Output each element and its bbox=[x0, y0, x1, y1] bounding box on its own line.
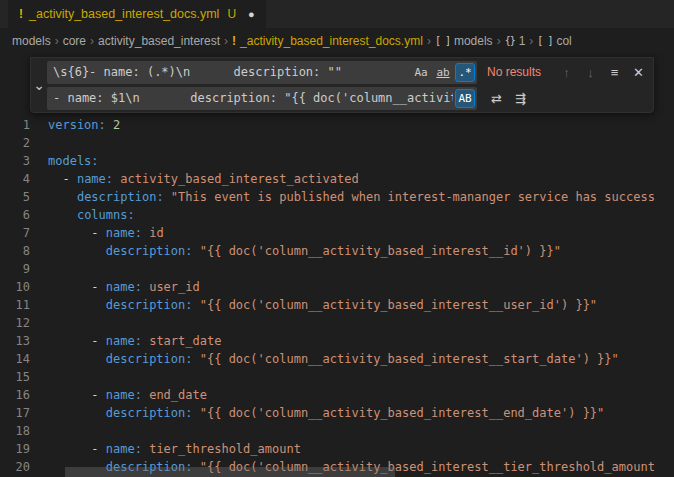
breadcrumb-separator: › bbox=[224, 34, 228, 48]
replace-input-value: - name: $1\n description: "{{ doc('colum… bbox=[53, 91, 453, 105]
git-status-badge: U bbox=[227, 7, 236, 21]
results-count: No results bbox=[487, 65, 547, 79]
line-number[interactable]: 6 bbox=[0, 206, 48, 224]
next-match-button[interactable]: ↓ bbox=[580, 62, 601, 83]
code-line[interactable]: 5 description: "This event is published … bbox=[0, 188, 674, 206]
code-line[interactable]: 1version: 2 bbox=[0, 116, 674, 134]
code-line[interactable]: 14 description: "{{ doc('column__activit… bbox=[0, 350, 674, 368]
symbol-array-icon: [ ] bbox=[435, 35, 450, 46]
breadcrumb-separator: › bbox=[427, 34, 431, 48]
breadcrumb-item-1[interactable]: {}1 bbox=[505, 34, 526, 48]
horizontal-scrollbar[interactable] bbox=[65, 467, 395, 477]
line-number[interactable]: 13 bbox=[0, 332, 48, 350]
previous-match-button[interactable]: ↑ bbox=[556, 62, 577, 83]
line-number[interactable]: 3 bbox=[0, 152, 48, 170]
line-number[interactable]: 14 bbox=[0, 350, 48, 368]
code-line[interactable]: 11 description: "{{ doc('column__activit… bbox=[0, 296, 674, 314]
close-find-button[interactable]: ✕ bbox=[628, 62, 649, 83]
code-line[interactable]: 2 bbox=[0, 134, 674, 152]
line-number[interactable]: 2 bbox=[0, 134, 48, 152]
symbol-object-icon: {} bbox=[505, 35, 515, 46]
line-number[interactable]: 8 bbox=[0, 242, 48, 260]
line-text: - name: start_date bbox=[48, 332, 674, 350]
breadcrumb-separator: › bbox=[55, 34, 59, 48]
breadcrumb-item-core[interactable]: core bbox=[63, 34, 86, 48]
code-area[interactable]: 1version: 223models:4 - name: activity_b… bbox=[0, 53, 674, 476]
breadcrumb-label: core bbox=[63, 34, 86, 48]
line-number[interactable]: 20 bbox=[0, 458, 48, 476]
line-text: - name: user_id bbox=[48, 278, 674, 296]
replace-input[interactable]: - name: $1\n description: "{{ doc('colum… bbox=[47, 87, 477, 110]
code-line[interactable]: 8 description: "{{ doc('column__activity… bbox=[0, 242, 674, 260]
line-number[interactable]: 1 bbox=[0, 116, 48, 134]
line-number[interactable]: 16 bbox=[0, 386, 48, 404]
code-line[interactable]: 7 - name: id bbox=[0, 224, 674, 242]
code-line[interactable]: 19 - name: tier_threshold_amount bbox=[0, 440, 674, 458]
line-text bbox=[48, 134, 674, 152]
code-line[interactable]: 18 bbox=[0, 422, 674, 440]
line-number[interactable]: 4 bbox=[0, 170, 48, 188]
line-number[interactable]: 15 bbox=[0, 368, 48, 386]
find-row: \s{6}- name: (.*)\n description: "" Aa a… bbox=[47, 60, 649, 84]
replace-icon: ⇄ bbox=[491, 91, 502, 106]
breadcrumb-label: 1 bbox=[519, 34, 526, 48]
line-text bbox=[48, 368, 674, 386]
editor-pane[interactable]: ⌄ \s{6}- name: (.*)\n description: "" Aa… bbox=[0, 53, 674, 477]
breadcrumb-item-col[interactable]: [ ]col bbox=[537, 34, 571, 48]
code-line[interactable]: 13 - name: start_date bbox=[0, 332, 674, 350]
regex-button[interactable]: .* bbox=[455, 63, 475, 82]
line-number[interactable]: 12 bbox=[0, 314, 48, 332]
editor-tab[interactable]: ! _activity_based_interest_docs.yml U ● bbox=[8, 0, 266, 28]
breadcrumb-label: models bbox=[454, 34, 493, 48]
tab-bar: ! _activity_based_interest_docs.yml U ● bbox=[0, 0, 674, 28]
breadcrumb-item-models[interactable]: models bbox=[12, 34, 51, 48]
find-in-selection-button[interactable]: ≡ bbox=[604, 62, 625, 83]
code-line[interactable]: 12 bbox=[0, 314, 674, 332]
arrow-down-icon: ↓ bbox=[587, 65, 594, 80]
yaml-file-icon: ! bbox=[19, 7, 23, 21]
breadcrumb-label: _activity_based_interest_docs.yml bbox=[240, 34, 423, 48]
find-input[interactable]: \s{6}- name: (.*)\n description: "" Aa a… bbox=[47, 61, 477, 84]
line-text: models: bbox=[48, 152, 674, 170]
match-case-button[interactable]: Aa bbox=[411, 63, 431, 82]
line-number[interactable]: 11 bbox=[0, 296, 48, 314]
code-line[interactable]: 4 - name: activity_based_interest_activa… bbox=[0, 170, 674, 188]
breadcrumb-item-activity_based_interest[interactable]: activity_based_interest bbox=[98, 34, 220, 48]
breadcrumb-separator: › bbox=[497, 34, 501, 48]
replace-all-button[interactable]: ⇶ bbox=[510, 88, 531, 109]
close-icon: ✕ bbox=[633, 65, 644, 80]
line-number[interactable]: 17 bbox=[0, 404, 48, 422]
line-text: description: "{{ doc('column__activity_b… bbox=[48, 350, 674, 368]
line-text: description: "{{ doc('column__activity_b… bbox=[48, 242, 674, 260]
code-line[interactable]: 9 bbox=[0, 260, 674, 278]
line-number[interactable]: 10 bbox=[0, 278, 48, 296]
toggle-replace-button[interactable]: ⌄ bbox=[31, 58, 47, 112]
code-line[interactable]: 16 - name: end_date bbox=[0, 386, 674, 404]
line-number[interactable]: 7 bbox=[0, 224, 48, 242]
line-number[interactable]: 19 bbox=[0, 440, 48, 458]
breadcrumb-label: col bbox=[556, 34, 571, 48]
code-line[interactable]: 15 bbox=[0, 368, 674, 386]
unsaved-changes-dot[interactable]: ● bbox=[248, 9, 255, 20]
breadcrumb-separator: › bbox=[529, 34, 533, 48]
code-line[interactable]: 10 - name: user_id bbox=[0, 278, 674, 296]
yaml-file-icon: ! bbox=[232, 34, 236, 48]
line-number[interactable]: 18 bbox=[0, 422, 48, 440]
code-line[interactable]: 17 description: "{{ doc('column__activit… bbox=[0, 404, 674, 422]
breadcrumb-item-models[interactable]: [ ]models bbox=[435, 34, 493, 48]
replace-all-icon: ⇶ bbox=[515, 91, 526, 106]
replace-row: - name: $1\n description: "{{ doc('colum… bbox=[47, 86, 649, 110]
replace-button[interactable]: ⇄ bbox=[486, 88, 507, 109]
line-number[interactable]: 9 bbox=[0, 260, 48, 278]
code-line[interactable]: 6 columns: bbox=[0, 206, 674, 224]
line-text: description: "{{ doc('column__activity_b… bbox=[48, 404, 674, 422]
line-text: - name: end_date bbox=[48, 386, 674, 404]
line-text bbox=[48, 422, 674, 440]
find-widget-rows: \s{6}- name: (.*)\n description: "" Aa a… bbox=[47, 58, 653, 112]
breadcrumb-item-_activity_based_interest_docs.yml[interactable]: !_activity_based_interest_docs.yml bbox=[232, 34, 423, 48]
code-line[interactable]: 3models: bbox=[0, 152, 674, 170]
line-text: - name: id bbox=[48, 224, 674, 242]
line-number[interactable]: 5 bbox=[0, 188, 48, 206]
whole-word-button[interactable]: ab bbox=[433, 63, 453, 82]
preserve-case-button[interactable]: AB bbox=[455, 89, 475, 108]
